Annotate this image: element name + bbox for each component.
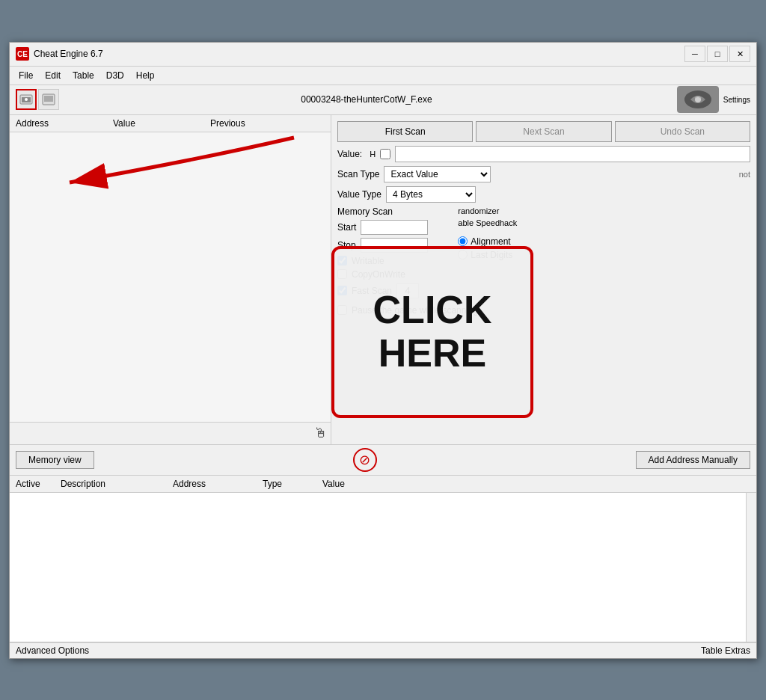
- column-headers: Address Value Previous: [10, 115, 331, 132]
- menu-file[interactable]: File: [13, 68, 39, 83]
- menu-edit[interactable]: Edit: [39, 68, 67, 83]
- menu-d3d[interactable]: D3D: [100, 68, 130, 83]
- start-input[interactable]: [361, 220, 428, 235]
- open-process-button[interactable]: [16, 89, 37, 110]
- scan-buttons: First Scan Next Scan Undo Scan: [337, 121, 750, 142]
- stop-icon[interactable]: ⊘: [353, 448, 377, 472]
- th-active: Active: [16, 479, 61, 489]
- hex-checkbox[interactable]: [380, 149, 390, 159]
- click-here-line1: CLICK: [373, 289, 492, 331]
- col-previous: Previous: [210, 118, 325, 129]
- value-type-row: Value Type 4 Bytes 1 Byte 2 Bytes 8 Byte…: [337, 186, 750, 203]
- first-scan-button[interactable]: First Scan: [337, 121, 473, 142]
- speedhack-label: able Speedhack: [458, 218, 517, 227]
- left-panel: Address Value Previous 🖱: [10, 115, 331, 444]
- process-title: 00003248-theHunterCotW_F.exe: [61, 94, 672, 105]
- address-table-header: Active Description Address Type Value: [10, 476, 756, 493]
- address-table-body: [10, 493, 756, 642]
- bottom-toolbar: Memory view ⊘ Add Address Manually: [10, 444, 756, 476]
- toolbar-btn-2[interactable]: [38, 89, 59, 110]
- advanced-options-label[interactable]: Advanced Options: [16, 645, 89, 656]
- click-here-annotation: CLICK HERE: [331, 246, 533, 418]
- maximize-button[interactable]: □: [707, 46, 728, 62]
- main-area: Address Value Previous 🖱 First Scan Next…: [10, 115, 756, 444]
- value-type-dropdown[interactable]: 4 Bytes 1 Byte 2 Bytes 8 Bytes Float Dou…: [386, 186, 476, 203]
- pointer-area: 🖱: [10, 422, 331, 444]
- value-input[interactable]: [395, 146, 750, 162]
- menu-bar: File Edit Table D3D Help: [10, 67, 756, 85]
- alignment-label: Alignment: [471, 236, 510, 247]
- scan-type-dropdown[interactable]: Exact Value Bigger than... Smaller than.…: [384, 166, 491, 182]
- memory-view-button[interactable]: Memory view: [16, 451, 94, 469]
- alignment-radio[interactable]: [458, 236, 468, 246]
- scrollbar[interactable]: [746, 493, 756, 642]
- th-value: Value: [322, 479, 750, 489]
- scan-type-row: Scan Type Exact Value Bigger than... Sma…: [337, 166, 750, 182]
- value-type-label: Value Type: [337, 189, 382, 200]
- th-description: Description: [61, 479, 173, 489]
- window-title: Cheat Engine 6.7: [34, 49, 103, 59]
- col-address: Address: [16, 118, 113, 129]
- title-bar-left: CE Cheat Engine 6.7: [16, 47, 103, 61]
- menu-table[interactable]: Table: [67, 68, 100, 83]
- undo-scan-button[interactable]: Undo Scan: [615, 121, 750, 142]
- randomizer-label: randomizer: [458, 206, 517, 215]
- value-label: Value:: [337, 149, 362, 159]
- value-row: Value: H: [337, 146, 750, 162]
- bottom-center: ⊘: [353, 448, 377, 472]
- svg-rect-4: [44, 96, 53, 102]
- table-extras-label[interactable]: Table Extras: [701, 645, 750, 656]
- col-value: Value: [113, 118, 210, 129]
- start-label: Start: [337, 222, 356, 233]
- svg-point-2: [25, 98, 28, 101]
- ce-logo: [677, 86, 719, 113]
- alignment-row: Alignment: [458, 236, 517, 247]
- settings-label: Settings: [723, 96, 750, 104]
- hex-label: H: [370, 150, 376, 159]
- address-list: [10, 132, 331, 422]
- next-scan-button[interactable]: Next Scan: [476, 121, 611, 142]
- menu-help[interactable]: Help: [130, 68, 161, 83]
- main-window: CE Cheat Engine 6.7 ─ □ ✕ File Edit Tabl…: [9, 42, 757, 659]
- add-address-manually-button[interactable]: Add Address Manually: [636, 451, 750, 469]
- scan-type-label: Scan Type: [337, 169, 379, 179]
- app-icon: CE: [16, 47, 29, 61]
- close-button[interactable]: ✕: [729, 46, 750, 62]
- pointer-icon: 🖱: [314, 426, 328, 441]
- title-bar: CE Cheat Engine 6.7 ─ □ ✕: [10, 43, 756, 67]
- window-controls: ─ □ ✕: [684, 46, 750, 62]
- not-label: not: [739, 170, 750, 179]
- click-here-line2: HERE: [379, 332, 486, 375]
- memory-scan-label: Memory Scan: [337, 206, 428, 217]
- minimize-button[interactable]: ─: [684, 46, 705, 62]
- status-bar: Advanced Options Table Extras: [10, 642, 756, 658]
- start-row: Start: [337, 220, 428, 235]
- th-type: Type: [263, 479, 322, 489]
- toolbar: 00003248-theHunterCotW_F.exe Settings: [10, 85, 756, 115]
- th-address: Address: [173, 479, 263, 489]
